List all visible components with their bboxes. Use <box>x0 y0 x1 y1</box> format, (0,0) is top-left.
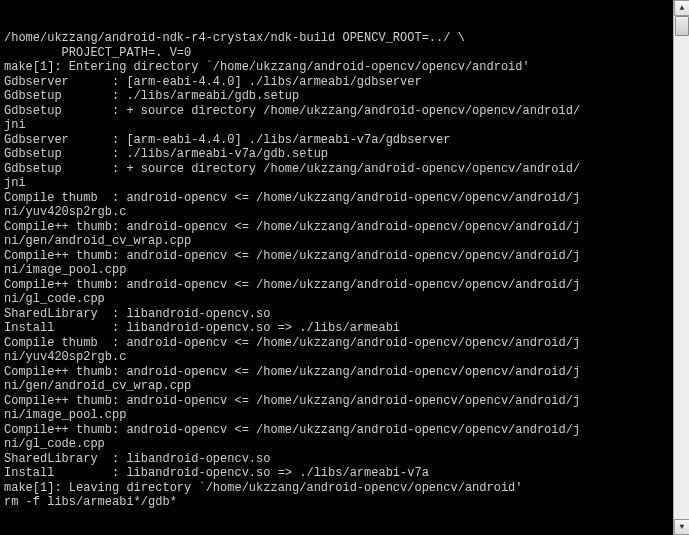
terminal-line: Install : libandroid-opencv.so => ./libs… <box>4 466 669 481</box>
terminal-line: Compile thumb : android-opencv <= /home/… <box>4 191 669 206</box>
terminal-line: Compile thumb : android-opencv <= /home/… <box>4 336 669 351</box>
terminal-line: make[1]: Entering directory `/home/ukzza… <box>4 60 669 75</box>
terminal-line: Compile++ thumb: android-opencv <= /home… <box>4 365 669 380</box>
terminal-line: ni/image_pool.cpp <box>4 408 669 423</box>
terminal-line: Gdbserver : [arm-eabi-4.4.0] ./libs/arme… <box>4 133 669 148</box>
terminal-line: SharedLibrary : libandroid-opencv.so <box>4 307 669 322</box>
terminal-line: make[1]: Leaving directory `/home/ukzzan… <box>4 481 669 496</box>
terminal-line: Gdbserver : [arm-eabi-4.4.0] ./libs/arme… <box>4 75 669 90</box>
terminal-line: ni/gen/android_cv_wrap.cpp <box>4 379 669 394</box>
scroll-up-button[interactable]: ▲ <box>674 0 689 16</box>
terminal-line: ni/gl_code.cpp <box>4 437 669 452</box>
terminal-line: ni/gl_code.cpp <box>4 292 669 307</box>
scroll-down-button[interactable]: ▼ <box>674 519 689 535</box>
scroll-thumb[interactable] <box>675 16 689 36</box>
terminal-line: Gdbsetup : ./libs/armeabi/gdb.setup <box>4 89 669 104</box>
terminal-line: SharedLibrary : libandroid-opencv.so <box>4 452 669 467</box>
terminal-line: jni <box>4 118 669 133</box>
terminal-line: PROJECT_PATH=. V=0 <box>4 46 669 61</box>
terminal-line: jni <box>4 176 669 191</box>
terminal-line: Compile++ thumb: android-opencv <= /home… <box>4 423 669 438</box>
terminal-line: /home/ukzzang/android-ndk-r4-crystax/ndk… <box>4 31 669 46</box>
terminal-line: ni/yuv420sp2rgb.c <box>4 205 669 220</box>
vertical-scrollbar[interactable]: ▲ ▼ <box>673 0 689 535</box>
terminal-line: Gdbsetup : ./libs/armeabi-v7a/gdb.setup <box>4 147 669 162</box>
terminal-line: Compile++ thumb: android-opencv <= /home… <box>4 278 669 293</box>
terminal-line: Compile++ thumb: android-opencv <= /home… <box>4 220 669 235</box>
terminal-line: Gdbsetup : + source directory /home/ukzz… <box>4 162 669 177</box>
terminal-line: Compile++ thumb: android-opencv <= /home… <box>4 249 669 264</box>
terminal-line: Install : libandroid-opencv.so => ./libs… <box>4 321 669 336</box>
terminal-line: ni/yuv420sp2rgb.c <box>4 350 669 365</box>
terminal-line: Gdbsetup : + source directory /home/ukzz… <box>4 104 669 119</box>
terminal-line: ni/image_pool.cpp <box>4 263 669 278</box>
terminal-output[interactable]: /home/ukzzang/android-ndk-r4-crystax/ndk… <box>0 0 673 535</box>
terminal-line: ni/gen/android_cv_wrap.cpp <box>4 234 669 249</box>
terminal-line: rm -f libs/armeabi*/gdb* <box>4 495 669 510</box>
terminal-line: Compile++ thumb: android-opencv <= /home… <box>4 394 669 409</box>
